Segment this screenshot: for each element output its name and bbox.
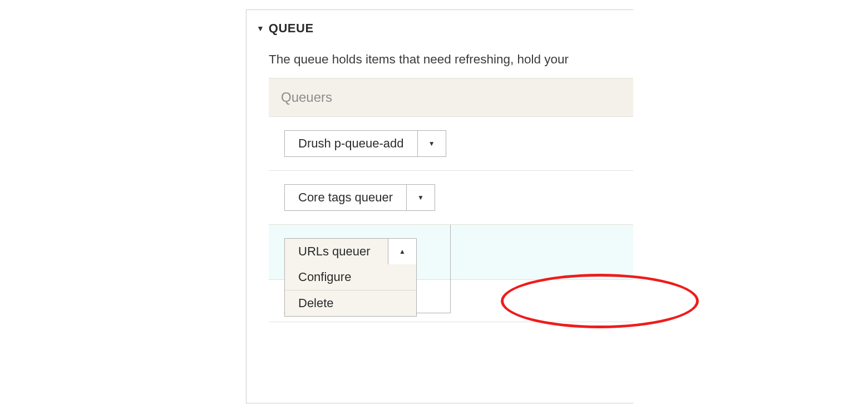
- caret-down-icon: ▼: [428, 140, 435, 147]
- delete-option[interactable]: Delete: [285, 290, 416, 316]
- queuer-row-active: URLs queuer ▲ Configure Delete: [269, 225, 633, 279]
- queue-description: The queue holds items that need refreshi…: [246, 41, 633, 78]
- caret-down-icon: ▼: [417, 194, 424, 201]
- dropbutton-label[interactable]: Core tags queuer: [285, 185, 407, 210]
- queuers-header: Queuers: [269, 78, 633, 117]
- dropbutton-toggle[interactable]: ▼: [407, 185, 435, 210]
- bottom-divider: [269, 322, 633, 322]
- disclosure-triangle-icon: ▼: [257, 24, 264, 32]
- dropbutton-toggle[interactable]: ▼: [418, 131, 446, 156]
- queue-section-header[interactable]: ▼ QUEUE: [246, 10, 633, 41]
- dropbutton-label[interactable]: URLs queuer: [285, 239, 388, 264]
- urls-queuer-dropbutton[interactable]: URLs queuer ▲ Configure Delete: [284, 238, 417, 265]
- dropbutton-label[interactable]: Drush p-queue-add: [285, 131, 418, 156]
- dropdown-menu: Configure Delete: [284, 264, 417, 317]
- queue-panel: ▼ QUEUE The queue holds items that need …: [246, 9, 633, 403]
- queuer-row: Core tags queuer ▼: [269, 171, 633, 225]
- dropbutton-toggle[interactable]: ▲: [388, 239, 416, 264]
- core-tags-queuer-dropbutton[interactable]: Core tags queuer ▼: [284, 184, 435, 211]
- drush-p-queue-add-dropbutton[interactable]: Drush p-queue-add ▼: [284, 130, 446, 157]
- configure-option[interactable]: Configure: [285, 264, 416, 290]
- queuers-panel: Queuers Drush p-queue-add ▼ Core tags qu…: [269, 78, 633, 280]
- queuer-row: Drush p-queue-add ▼: [269, 117, 633, 171]
- caret-up-icon: ▲: [399, 248, 406, 255]
- section-title: QUEUE: [269, 21, 314, 36]
